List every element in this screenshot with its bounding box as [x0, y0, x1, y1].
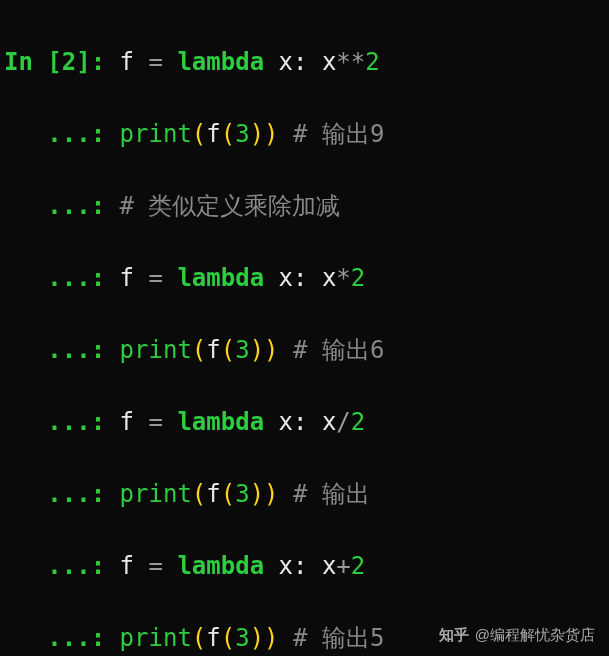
code-line-4: ...: f = lambda x: x*2 — [4, 260, 605, 296]
code-line-1: In [2]: f = lambda x: x**2 — [4, 44, 605, 80]
zhihu-logo-icon: 知乎 — [439, 624, 469, 647]
watermark: 知乎 @编程解忧杂货店 — [439, 624, 595, 647]
prompt-in: In [2]: — [4, 48, 120, 76]
code-line-2: ...: print(f(3)) # 输出9 — [4, 116, 605, 152]
code-line-3: ...: # 类似定义乘除加减 — [4, 188, 605, 224]
code-line-6: ...: f = lambda x: x/2 — [4, 404, 605, 440]
prompt-cont: ...: — [4, 120, 120, 148]
watermark-text: @编程解忧杂货店 — [475, 624, 595, 647]
code-line-7: ...: print(f(3)) # 输出 — [4, 476, 605, 512]
terminal-code-block: In [2]: f = lambda x: x**2 ...: print(f(… — [4, 8, 605, 656]
code-line-5: ...: print(f(3)) # 输出6 — [4, 332, 605, 368]
code-line-8: ...: f = lambda x: x+2 — [4, 548, 605, 584]
